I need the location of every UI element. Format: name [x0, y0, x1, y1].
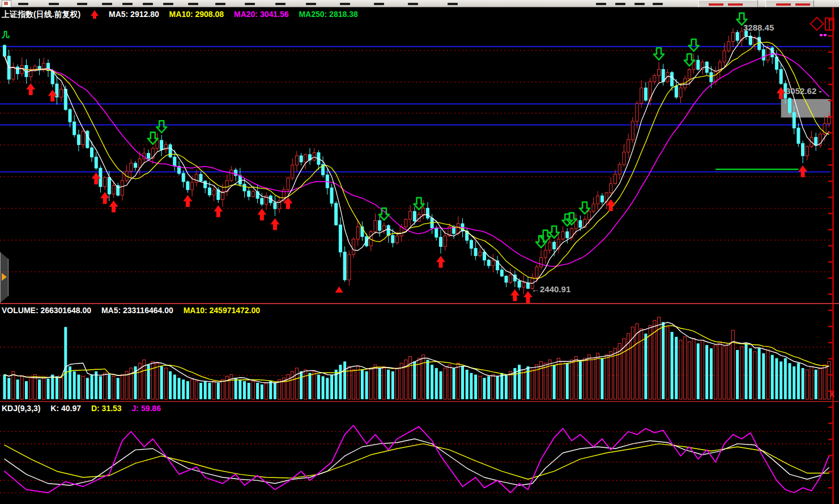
ma250-value: MA250: 2818.38 — [299, 10, 357, 19]
peak-price-label: 3288.45 — [743, 23, 774, 32]
trend-up-arrow-icon — [91, 10, 99, 16]
level-price-label: 3052.62 - — [786, 86, 821, 96]
kdj-d-value: D: 31.53 — [91, 404, 122, 413]
chevron-right-icon — [2, 273, 7, 281]
kdj-j-value: J: 59.86 — [132, 404, 161, 413]
window-panes-icon[interactable] — [825, 18, 834, 31]
kdj-title: KDJ(9,3,3) — [2, 404, 40, 413]
magenta-dot-icon — [820, 34, 823, 36]
axis-close-button[interactable]: X — [829, 390, 834, 399]
pane-separator-volume-kdj[interactable] — [0, 401, 839, 402]
ma10-value: MA10: 2908.08 — [169, 10, 224, 19]
chart-canvas[interactable] — [0, 0, 839, 504]
ma5-value: MA5: 2912.80 — [109, 10, 159, 19]
sidebar-expand-handle[interactable] — [0, 252, 8, 303]
pane-separator-main-volume[interactable] — [0, 303, 839, 304]
kdj-k-value: K: 40.97 — [50, 404, 81, 413]
volume-header: VOLUME: 266301648.00 MA5: 233116464.00 M… — [2, 306, 268, 315]
trough-price-label: ←2440.91 — [531, 284, 570, 294]
volume-ma10-value: MA10: 245971472.00 — [184, 306, 260, 315]
kdj-header: KDJ(9,3,3) K: 40.97 D: 31.53 J: 59.86 — [2, 404, 169, 413]
corner-glyph: 几 — [2, 30, 10, 40]
magenta-dot-icon — [824, 34, 827, 36]
volume-ma5-value: MA5: 233116464.00 — [101, 306, 173, 315]
ma20-value: MA20: 3041.56 — [234, 10, 289, 19]
volume-value: VOLUME: 266301648.00 — [2, 306, 91, 315]
symbol-title: 上证指数(日线.前复权) — [2, 10, 80, 19]
main-chart-header: 上证指数(日线.前复权) MA5: 2912.80 MA10: 2908.08 … — [2, 10, 366, 20]
